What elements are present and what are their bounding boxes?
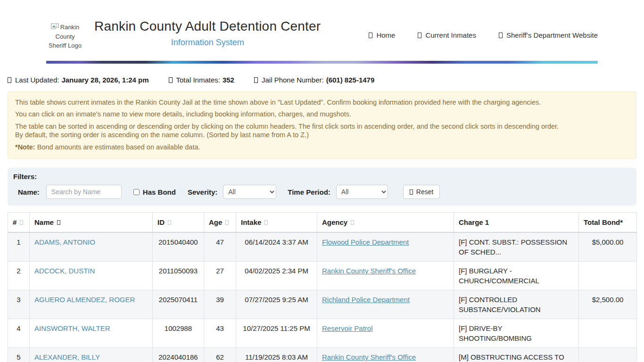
- cell-agency: Reservoir Patrol: [317, 319, 454, 348]
- inmate-name-link[interactable]: AINSWORTH, WALTER: [34, 324, 110, 332]
- sort-icon: [264, 220, 268, 225]
- cell-name: ALEXANDER, BILLY: [30, 348, 153, 362]
- agency-link[interactable]: Richland Police Department: [322, 296, 410, 304]
- cell-charge-1: [F] BURGLARY - CHURCH/COMMERCIAL: [454, 262, 579, 290]
- cell-row-number: 4: [8, 319, 30, 348]
- nav-item-current-inmates[interactable]: Current Inmates: [418, 31, 476, 39]
- cell-row-number: 3: [8, 290, 30, 319]
- cell-id: 2024040186: [153, 348, 204, 362]
- table-header-row: #NameIDAgeIntakeAgencyCharge 1Total Bond…: [8, 213, 637, 233]
- column-header-label: ID: [157, 218, 165, 226]
- table-row: 4AINSWORTH, WALTER10029884310/27/2025 11…: [8, 319, 637, 348]
- time-period-select[interactable]: All: [336, 185, 388, 199]
- column-header-num[interactable]: #: [8, 213, 30, 233]
- notice-note-label: *Note:: [15, 143, 35, 151]
- column-header-label: Age: [209, 218, 222, 226]
- cell-charge-1: [F] CONTROLLED SUBSTANCE/VIOLATION: [454, 290, 579, 319]
- column-header-age[interactable]: Age: [204, 213, 236, 233]
- inmate-table-body: 1ADAMS, ANTONIO20150404004706/14/2024 3:…: [8, 232, 637, 362]
- total-inmates-label: Total Inmates:: [176, 76, 220, 84]
- cell-id: 2025070411: [153, 290, 204, 319]
- column-header-intake[interactable]: Intake: [236, 213, 317, 233]
- cell-name: ADAMS, ANTONIO: [30, 232, 153, 262]
- cell-id: 1002988: [153, 319, 204, 348]
- nav-item-sheriffs-department-website[interactable]: Sheriff's Department Website: [499, 31, 598, 39]
- cell-agency: Flowood Police Department: [317, 232, 454, 262]
- cell-total-bond: [579, 348, 637, 362]
- logo-broken-image: Rankin County Sheriff Logo: [46, 23, 84, 50]
- sort-icon: [225, 220, 229, 225]
- table-row: 5ALEXANDER, BILLY20240401866211/19/2025 …: [8, 348, 637, 362]
- sort-icon: [57, 220, 60, 225]
- column-header-name[interactable]: Name: [30, 213, 153, 233]
- cell-age: 27: [204, 262, 236, 290]
- page-header: Rankin County Sheriff Logo Rankin County…: [46, 0, 598, 64]
- cell-intake: 11/19/2025 8:03 AM: [236, 348, 317, 362]
- sort-icon: [351, 220, 354, 225]
- status-bar: Last Updated:January 28, 2026, 1:24 pm T…: [8, 76, 636, 84]
- cell-row-number: 2: [8, 262, 30, 290]
- nav-item-home[interactable]: Home: [369, 31, 395, 39]
- agency-link[interactable]: Rankin County Sheriff's Office: [322, 353, 416, 361]
- notice-line-3-text: The table can be sorted in ascending or …: [15, 123, 559, 130]
- nav-item-icon: [499, 33, 503, 38]
- agency-link[interactable]: Rankin County Sheriff's Office: [322, 267, 416, 275]
- notice-line-4-text: By default, the sorting order is ascendi…: [15, 131, 309, 139]
- cell-name: AINSWORTH, WALTER: [30, 319, 153, 348]
- cell-age: 39: [204, 290, 236, 319]
- agency-link[interactable]: Flowood Police Department: [322, 238, 409, 246]
- has-bond-label: Has Bond: [143, 188, 176, 196]
- cell-charge-1: [F] DRIVE-BY SHOOTING/BOMBING: [454, 319, 579, 348]
- column-header-label: Name: [34, 218, 54, 226]
- sort-icon: [168, 220, 171, 225]
- column-header-id[interactable]: ID: [153, 213, 204, 233]
- broken-image-icon: [51, 23, 59, 30]
- inmate-name-link[interactable]: AGUERO ALMENDEZ, ROGER: [34, 296, 135, 304]
- reset-button-label: Reset: [416, 188, 434, 196]
- has-bond-filter: Has Bond: [133, 188, 176, 196]
- time-period-filter-label: Time Period:: [288, 188, 330, 196]
- reset-button[interactable]: Reset: [403, 185, 440, 199]
- people-icon: [169, 77, 173, 83]
- table-row: 1ADAMS, ANTONIO20150404004706/14/2024 3:…: [8, 232, 637, 262]
- cell-intake: 10/27/2025 11:25 PM: [236, 319, 317, 348]
- cell-id: 2015040400: [153, 232, 204, 262]
- cell-charge-1: [F] CONT. SUBST.: POSSESSION OF SCHED...: [454, 232, 579, 262]
- cell-agency: Richland Police Department: [317, 290, 454, 319]
- sort-icon: [20, 220, 23, 225]
- last-updated-status: Last Updated:January 28, 2026, 1:24 pm: [8, 76, 149, 84]
- nav-item-label: Home: [376, 31, 395, 39]
- cell-charge-1: [M] OBSTRUCTING ACCESS TO EMERGENCY A...: [454, 348, 579, 362]
- nav-item-label: Current Inmates: [425, 31, 476, 39]
- severity-select[interactable]: All: [223, 185, 276, 199]
- severity-filter-label: Severity:: [188, 188, 217, 196]
- has-bond-checkbox[interactable]: [133, 189, 140, 195]
- jail-phone-label: Jail Phone Number:: [262, 76, 324, 84]
- search-input[interactable]: [46, 185, 122, 199]
- notice-note: *Note: Bond amounts are estimates based …: [15, 143, 629, 152]
- cell-row-number: 5: [8, 348, 30, 362]
- table-row: 3AGUERO ALMENDEZ, ROGER20250704113907/27…: [8, 290, 637, 319]
- column-header-bond: Total Bond*: [579, 213, 637, 233]
- inmate-table: #NameIDAgeIntakeAgencyCharge 1Total Bond…: [8, 212, 637, 362]
- inmate-name-link[interactable]: ADAMS, ANTONIO: [34, 238, 95, 246]
- total-inmates-status: Total Inmates:352: [169, 76, 234, 84]
- reset-icon: [410, 189, 413, 195]
- cell-intake: 04/02/2025 2:34 PM: [236, 262, 317, 290]
- column-header-label: #: [13, 218, 17, 226]
- column-header-charge: Charge 1: [454, 213, 579, 233]
- jail-phone-value: (601) 825-1479: [326, 76, 375, 84]
- page-title: Rankin County Adult Detention Center: [94, 19, 321, 34]
- inmate-name-link[interactable]: ALEXANDER, BILLY: [34, 353, 100, 361]
- last-updated-value: January 28, 2026, 1:24 pm: [61, 76, 149, 84]
- column-header-agency[interactable]: Agency: [317, 213, 454, 233]
- cell-agency: Rankin County Sheriff's Office: [317, 348, 454, 362]
- nav-item-label: Sheriff's Department Website: [506, 31, 598, 39]
- agency-link[interactable]: Reservoir Patrol: [322, 324, 373, 332]
- name-filter-label: Name:: [18, 188, 40, 196]
- main-nav: HomeCurrent InmatesSheriff's Department …: [369, 31, 598, 39]
- notice-line-1: This table shows current inmates in the …: [15, 98, 629, 107]
- inmate-name-link[interactable]: ADCOCK, DUSTIN: [34, 267, 95, 275]
- notice-box: This table shows current inmates in the …: [8, 91, 636, 159]
- notice-line-2: You can click on an inmate's name to vie…: [15, 110, 629, 119]
